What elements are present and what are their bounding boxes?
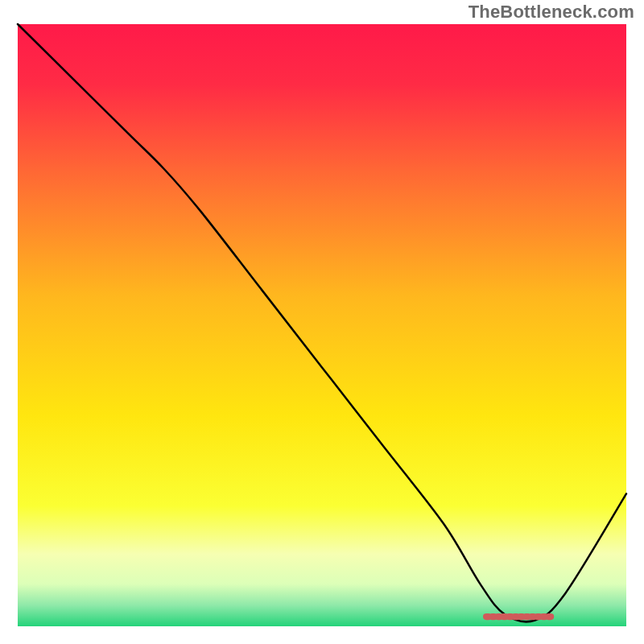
chart-frame: TheBottleneck.com [0,0,644,644]
watermark-text: TheBottleneck.com [469,2,634,23]
bottleneck-chart [0,0,644,644]
